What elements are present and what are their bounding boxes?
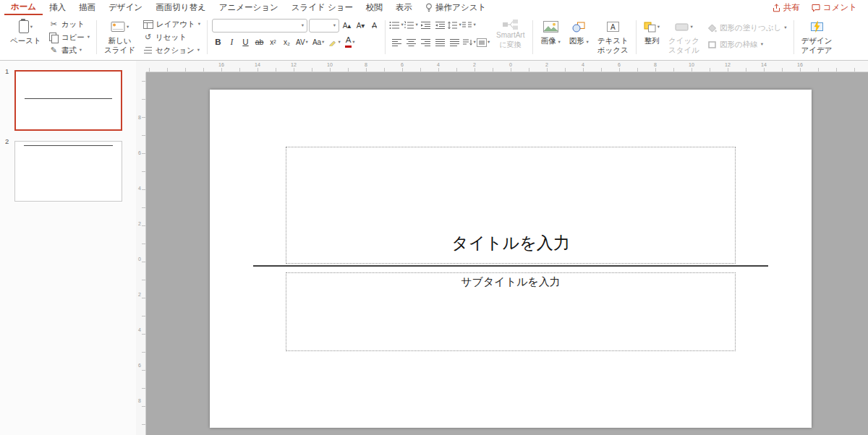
bullets-button[interactable]: ▾ xyxy=(390,19,403,31)
chevron-down-icon: ▾ xyxy=(587,39,589,44)
comment-icon xyxy=(812,4,820,12)
chevron-down-icon: ▾ xyxy=(352,40,354,45)
insert-textbox-button[interactable]: A テキストボックス xyxy=(595,17,631,56)
slide-line-shape xyxy=(25,98,113,99)
tab-animations[interactable]: アニメーション xyxy=(213,0,285,15)
increase-indent-button[interactable] xyxy=(433,19,446,31)
text-highlight-button[interactable]: ▾ xyxy=(327,35,341,48)
smartart-icon xyxy=(502,19,519,30)
arrange-icon xyxy=(644,22,656,33)
chevron-down-icon: ▾ xyxy=(88,35,90,40)
quick-styles-icon xyxy=(675,22,689,32)
character-spacing-button[interactable]: AV ▾ xyxy=(294,35,310,48)
ribbon: ▾ ペースト ✂ カット コピー ▾ ✎ 書式 ▾ xyxy=(0,15,868,61)
design-ideas-button[interactable]: デザインアイデア xyxy=(799,17,835,56)
format-painter-button[interactable]: ✎ 書式 ▾ xyxy=(47,44,92,56)
comments-button[interactable]: コメント xyxy=(808,2,861,13)
underline-button[interactable]: U xyxy=(239,35,252,48)
grow-font-button[interactable]: A▴ xyxy=(341,20,353,33)
chevron-down-icon: ▾ xyxy=(322,40,324,45)
arrange-button[interactable]: ▾ 整列 xyxy=(641,17,663,47)
layout-button[interactable]: レイアウト ▾ xyxy=(141,18,203,30)
shape-outline-button[interactable]: 図形の枠線 ▾ xyxy=(705,38,789,51)
chevron-down-icon: ▾ xyxy=(401,22,403,27)
tab-insert[interactable]: 挿入 xyxy=(43,0,72,15)
align-center-icon xyxy=(406,38,417,47)
new-slide-icon xyxy=(111,21,125,33)
decrease-indent-button[interactable] xyxy=(419,19,432,31)
slide-thumbnail-2[interactable] xyxy=(14,141,122,202)
text-direction-button[interactable]: ▾ xyxy=(462,36,475,48)
chevron-down-icon: ▾ xyxy=(198,22,200,27)
slide-thumbnail-1[interactable] xyxy=(14,70,122,131)
insert-shapes-button[interactable]: 図形 ▾ xyxy=(566,17,592,47)
justify-button[interactable] xyxy=(433,36,446,48)
menu-bar: ホーム 挿入 描画 デザイン 画面切り替え アニメーション スライド ショー 校… xyxy=(0,0,868,15)
editing-area: 1614121086420246810121416 864202468 タイトル… xyxy=(136,61,868,435)
reset-button[interactable]: ↺ リセット xyxy=(141,31,203,43)
tab-view[interactable]: 表示 xyxy=(389,0,419,15)
cut-button[interactable]: ✂ カット xyxy=(47,18,92,30)
quick-styles-button[interactable]: ▾ クイックスタイル xyxy=(665,17,702,56)
chevron-down-icon: ▾ xyxy=(473,22,475,27)
strikethrough-button[interactable]: ab xyxy=(253,35,265,48)
vertical-ruler[interactable]: 864202468 xyxy=(136,72,146,435)
paste-icon xyxy=(19,20,29,33)
bold-button[interactable]: B xyxy=(212,35,224,48)
tab-design[interactable]: デザイン xyxy=(102,0,149,15)
design-ideas-icon xyxy=(811,21,823,33)
font-name-select[interactable]: ▾ xyxy=(212,19,307,33)
format-painter-icon: ✎ xyxy=(49,46,59,54)
tab-transitions[interactable]: 画面切り替え xyxy=(149,0,213,15)
outdent-icon xyxy=(420,21,431,30)
tab-tell-me[interactable]: 操作アシスト xyxy=(419,0,493,15)
title-placeholder[interactable]: タイトルを入力 xyxy=(286,147,736,264)
shapes-icon xyxy=(572,22,585,33)
change-case-button[interactable]: Aa ▾ xyxy=(311,35,326,48)
indent-icon xyxy=(435,21,446,30)
distributed-icon xyxy=(449,38,460,47)
distribute-text-button[interactable] xyxy=(448,36,461,48)
section-button[interactable]: セクション ▾ xyxy=(141,44,203,56)
shrink-font-button[interactable]: A▾ xyxy=(354,20,367,33)
shape-outline-icon xyxy=(707,40,717,49)
subtitle-placeholder[interactable]: サブタイトルを入力 xyxy=(286,272,736,351)
line-spacing-button[interactable]: ▾ xyxy=(448,19,461,31)
copy-button[interactable]: コピー ▾ xyxy=(47,31,92,43)
slide-number: 2 xyxy=(5,137,9,145)
paragraph-group: ▾ ▾ ▾ xyxy=(386,17,532,58)
align-right-button[interactable] xyxy=(419,36,432,48)
insert-picture-button[interactable]: 画像 ▾ xyxy=(537,17,563,47)
clear-formatting-button[interactable]: A xyxy=(368,20,380,33)
shape-fill-button[interactable]: 図形の塗りつぶし ▾ xyxy=(705,22,789,34)
align-left-button[interactable] xyxy=(390,36,403,48)
subscript-button[interactable]: x₂ xyxy=(281,35,293,48)
slide-canvas[interactable]: タイトルを入力 サブタイトルを入力 xyxy=(210,90,812,428)
paste-button[interactable]: ▾ ペースト xyxy=(7,17,44,47)
insert-group: 画像 ▾ 図形 ▾ A テキストボックス xyxy=(533,17,635,58)
align-text-button[interactable]: ▾ xyxy=(477,36,490,48)
lightbulb-icon xyxy=(425,3,433,12)
superscript-button[interactable]: x² xyxy=(267,35,279,48)
convert-to-smartart-button[interactable]: SmartArt に変換 xyxy=(493,17,528,51)
tab-slideshow[interactable]: スライド ショー xyxy=(285,0,359,15)
font-color-button[interactable]: A ▾ xyxy=(344,35,357,48)
share-button[interactable]: 共有 xyxy=(769,2,804,13)
columns-icon xyxy=(461,21,472,30)
section-icon xyxy=(143,46,153,54)
font-size-select[interactable]: ▾ xyxy=(309,19,339,33)
tab-review[interactable]: 校閲 xyxy=(359,0,389,15)
align-center-button[interactable] xyxy=(404,36,417,48)
columns-button[interactable]: ▾ xyxy=(462,19,475,31)
tab-home[interactable]: ホーム xyxy=(4,0,43,15)
horizontal-line-shape[interactable] xyxy=(253,265,768,267)
workspace-background: タイトルを入力 サブタイトルを入力 xyxy=(146,72,868,435)
shape-fill-icon xyxy=(707,24,717,33)
clipboard-group: ▾ ペースト ✂ カット コピー ▾ ✎ 書式 ▾ xyxy=(3,17,96,58)
horizontal-ruler[interactable]: 1614121086420246810121416 xyxy=(146,61,868,72)
numbering-button[interactable]: ▾ xyxy=(404,19,417,31)
tab-draw[interactable]: 描画 xyxy=(72,0,102,15)
new-slide-button[interactable]: ▾ 新しいスライド xyxy=(101,17,138,56)
slide-number: 1 xyxy=(5,67,9,75)
italic-button[interactable]: I xyxy=(226,35,238,48)
